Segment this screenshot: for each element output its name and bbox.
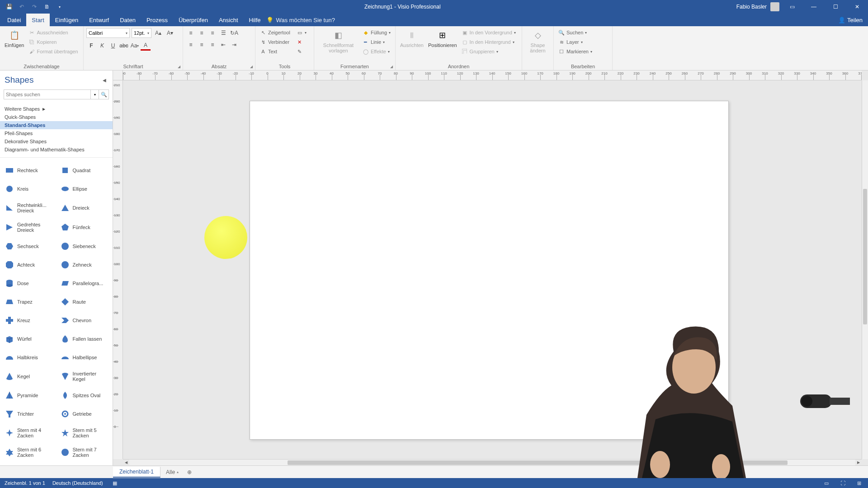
user-name[interactable]: Fabio Basler xyxy=(736,4,767,10)
layer-button[interactable]: ≋Layer▾ xyxy=(557,38,594,47)
shape-pyramide[interactable]: Pyramide xyxy=(2,387,56,404)
shape-chevron[interactable]: Chevron xyxy=(57,312,111,329)
indent-inc-icon[interactable]: ⇥ xyxy=(229,40,239,50)
shape-stern-mit-zacken[interactable]: Stern mit 7 Zacken xyxy=(57,443,111,462)
x-tool[interactable]: ✕ xyxy=(295,38,308,47)
maximize-icon[interactable]: ☐ xyxy=(826,0,844,14)
shrink-font-icon[interactable]: A▾ xyxy=(165,28,175,38)
shape-parallelogra-[interactable]: Parallelogra... xyxy=(57,274,111,292)
shape-f-nfeck[interactable]: Fünfeck xyxy=(57,218,111,236)
add-page-button[interactable]: ⊕ xyxy=(184,469,195,475)
save-icon[interactable]: 💾 xyxy=(4,1,14,12)
align-top-icon[interactable]: ≡ xyxy=(186,28,196,38)
qat-customize-icon[interactable]: ▾ xyxy=(54,1,65,12)
align-left-icon[interactable]: ≡ xyxy=(186,40,196,50)
shape-stern-mit-zacken[interactable]: Stern mit 4 Zacken xyxy=(2,424,56,442)
select-button[interactable]: ☐Markieren▾ xyxy=(557,47,594,56)
menu-tab-prozess[interactable]: Prozess xyxy=(141,14,173,26)
stencil-dekorative-shapes[interactable]: Dekorative Shapes xyxy=(0,137,113,145)
freeform-tool[interactable]: ✎ xyxy=(295,47,308,56)
shape-spitzes-oval[interactable]: Spitzes Oval xyxy=(57,387,111,404)
pointer-tool[interactable]: ↖Zeigertool xyxy=(258,28,292,37)
stencil-quick-shapes[interactable]: Quick-Shapes xyxy=(0,113,113,121)
para-dialog-launcher[interactable]: ◢ xyxy=(249,64,254,69)
redo-icon[interactable]: ↷ xyxy=(29,1,40,12)
shape-zehneck[interactable]: Zehneck xyxy=(57,256,111,273)
search-dropdown-icon[interactable]: ▾ xyxy=(91,89,99,99)
horizontal-scrollbar[interactable]: ◀ ▶ xyxy=(123,459,862,465)
rect-tool[interactable]: ▭▾ xyxy=(295,28,308,37)
text-tool[interactable]: AText xyxy=(258,47,292,56)
menu-tab-hilfe[interactable]: Hilfe xyxy=(244,14,266,26)
grid-icon[interactable]: ⊞ xyxy=(854,479,863,488)
shapestyle-dialog-launcher[interactable]: ◢ xyxy=(389,64,394,69)
indent-dec-icon[interactable]: ⇤ xyxy=(218,40,228,50)
shape-w-rfel[interactable]: Würfel xyxy=(2,330,56,348)
ribbon-options-icon[interactable]: ▭ xyxy=(783,0,801,14)
line-button[interactable]: ━Linie▾ xyxy=(361,38,392,47)
all-pages-tab[interactable]: Alle▴ xyxy=(160,467,184,477)
find-button[interactable]: 🔍Suchen▾ xyxy=(557,28,594,37)
shape-rechtwinkli-dreieck[interactable]: Rechtwinkli... Dreieck xyxy=(2,198,56,217)
status-page-of[interactable]: Zeichenbl. 1 von 1 xyxy=(5,480,45,486)
canvas-area[interactable]: -90-80-70-60-50-40-30-20-100102030405060… xyxy=(113,70,868,465)
shape-gedrehtes-dreieck[interactable]: Gedrehtes Dreieck xyxy=(2,218,56,236)
menu-tab-entwurf[interactable]: Entwurf xyxy=(84,14,114,26)
connector-tool[interactable]: ↯Verbinder xyxy=(258,38,292,47)
shape-quadrat[interactable]: Quadrat xyxy=(57,161,111,179)
drawing-page[interactable] xyxy=(250,101,729,440)
shape-getriebe[interactable]: Getriebe xyxy=(57,405,111,423)
bullets-icon[interactable]: ☰ xyxy=(218,28,228,38)
paste-button[interactable]: 📋 Einfügen xyxy=(3,28,26,49)
shape-halbellipse[interactable]: Halbellipse xyxy=(57,349,111,366)
menu-tab-überprüfen[interactable]: Überprüfen xyxy=(173,14,213,26)
fill-button[interactable]: ◆Füllung▾ xyxy=(361,28,392,37)
stencil-pfeil-shapes[interactable]: Pfeil-Shapes xyxy=(0,129,113,137)
shape-stern-mit-zacken[interactable]: Stern mit 6 Zacken xyxy=(2,443,56,462)
rotate-text-icon[interactable]: ↻A xyxy=(229,28,239,38)
search-submit-icon[interactable]: 🔍 xyxy=(99,89,109,99)
shape-kegel[interactable]: Kegel xyxy=(2,367,56,386)
more-shapes-item[interactable]: Weitere Shapes▶ xyxy=(0,105,113,113)
underline-button[interactable]: U xyxy=(108,41,118,51)
shape-halbkreis[interactable]: Halbkreis xyxy=(2,349,56,366)
tellme-input[interactable]: Was möchten Sie tun? xyxy=(276,17,335,23)
undo-icon[interactable]: ↶ xyxy=(16,1,27,12)
align-right-icon[interactable]: ≡ xyxy=(208,40,217,50)
shape-kreuz[interactable]: Kreuz xyxy=(2,312,56,329)
shape-achteck[interactable]: Achteck xyxy=(2,256,56,273)
shape-dreieck[interactable]: Dreieck xyxy=(57,198,111,217)
collapse-panel-icon[interactable]: ◀ xyxy=(101,76,108,84)
vertical-scrollbar[interactable] xyxy=(862,80,868,459)
shape-trichter[interactable]: Trichter xyxy=(2,405,56,423)
new-doc-icon[interactable]: 🗎 xyxy=(42,1,52,12)
font-name-select[interactable]: Calibri▾ xyxy=(86,28,130,38)
presentation-icon[interactable]: ▭ xyxy=(822,479,831,488)
user-avatar[interactable] xyxy=(770,2,779,11)
bold-button[interactable]: F xyxy=(86,41,96,51)
case-button[interactable]: Aa▾ xyxy=(130,41,140,51)
shape-invertierter-kegel[interactable]: Invertierter Kegel xyxy=(57,367,111,386)
menu-tab-einfügen[interactable]: Einfügen xyxy=(50,14,84,26)
menu-tab-ansicht[interactable]: Ansicht xyxy=(213,14,244,26)
shape-trapez[interactable]: Trapez xyxy=(2,293,56,310)
grow-font-icon[interactable]: A▴ xyxy=(153,28,163,38)
font-color-button[interactable]: A xyxy=(141,41,151,51)
shape-sechseck[interactable]: Sechseck xyxy=(2,237,56,255)
shape-fallen-lassen[interactable]: Fallen lassen xyxy=(57,330,111,348)
shape-raute[interactable]: Raute xyxy=(57,293,111,310)
font-size-select[interactable]: 12pt.▾ xyxy=(132,28,151,38)
align-mid-icon[interactable]: ≡ xyxy=(197,28,207,38)
align-center-icon[interactable]: ≡ xyxy=(197,40,207,50)
minimize-icon[interactable]: — xyxy=(805,0,823,14)
shape-kreis[interactable]: Kreis xyxy=(2,180,56,197)
stencil-standard-shapes[interactable]: Standard-Shapes xyxy=(0,121,113,129)
shape-siebeneck[interactable]: Siebeneck xyxy=(57,237,111,255)
close-icon[interactable]: ✕ xyxy=(848,0,866,14)
status-language[interactable]: Deutsch (Deutschland) xyxy=(52,480,103,486)
yellow-circle-shape[interactable] xyxy=(204,216,247,259)
font-dialog-launcher[interactable]: ◢ xyxy=(176,64,182,69)
page-tab-1[interactable]: Zeichenblatt-1 xyxy=(113,467,160,478)
share-button[interactable]: Teilen xyxy=(847,17,863,23)
macro-icon[interactable]: ▦ xyxy=(110,479,119,488)
